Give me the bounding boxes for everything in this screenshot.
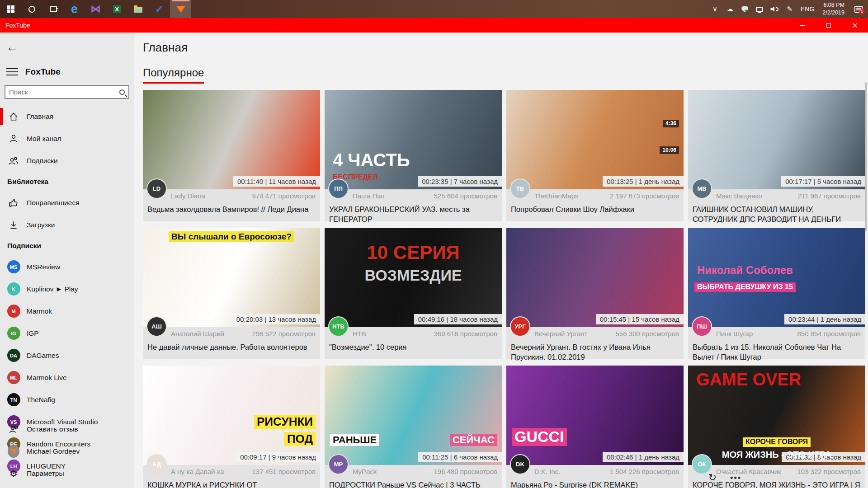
cortana-icon[interactable] [21,0,42,18]
refresh-icon[interactable]: ↻ [708,472,717,483]
video-card[interactable]: 00:11:40 | 11 часов назад LD Lady Diana … [143,90,320,221]
video-card[interactable]: 00:15:45 | 15 часов назад УРГ Вечерний У… [506,228,684,359]
sidebar-item-subscriptions[interactable]: Подписки [0,150,134,172]
minimize-button[interactable] [789,18,816,33]
action-center-icon[interactable]: 1 [849,0,868,18]
channel-avatar[interactable]: LD [146,178,167,199]
volume-icon[interactable] [767,0,782,18]
sidebar-subscription-item[interactable]: DA DAGames [0,344,134,366]
sidebar-item-settings[interactable]: ⚙ Параметры [0,462,134,484]
video-card[interactable]: 00:02:46 | 1 день назад GUCCI DK D.K. In… [506,366,684,488]
channel-name[interactable]: Паша Пэл [353,192,385,200]
foxtube-taskbar-icon[interactable] [170,0,191,18]
channel-name[interactable]: Анатолий Шарий [171,330,224,338]
sidebar-subscription-item[interactable]: TN TheNafig [0,389,134,411]
defender-icon[interactable] [737,0,752,18]
sidebar-subscription-item[interactable]: ML Marmok Live [0,366,134,389]
video-title[interactable]: Выбрать 1 из 15. Николай Соболев Чат На … [693,342,861,362]
video-title[interactable]: "Возмездие". 10 серия [329,342,497,352]
channel-avatar[interactable]: ПП [328,178,349,199]
sidebar-subscription-item[interactable]: M Marmok [0,300,134,322]
video-thumbnail[interactable]: 00:17:17 | 5 часов назад [688,90,865,189]
back-button[interactable]: ← [6,39,24,55]
sidebar-item-downloads[interactable]: Загрузки [0,214,134,236]
sidebar-subscription-item[interactable]: IG IGP [0,322,134,344]
file-explorer-icon[interactable] [127,0,149,18]
channel-avatar[interactable]: МВ [692,178,712,199]
video-title[interactable]: КОШКА МУРКА и РИСУНКИ ОТ ПОДПИСЧИКОВ! КО… [147,480,316,488]
more-options-icon[interactable]: ••• [730,473,741,483]
video-thumbnail[interactable]: 00:20:03 | 13 часов назад ВЫ слышали о Е… [143,228,320,327]
video-card[interactable]: 00:20:03 | 13 часов назад ВЫ слышали о Е… [143,228,320,359]
search-input[interactable] [9,88,119,96]
channel-name[interactable]: D.K. Inc. [534,468,561,475]
channel-name[interactable]: MyPack [353,468,377,475]
channel-name[interactable]: Lady Diana [171,192,205,200]
sidebar-item-home[interactable]: Главная [0,105,134,127]
channel-avatar[interactable]: НТВ [328,316,349,337]
channel-name[interactable]: Пинк Шугар [716,330,753,338]
channel-name[interactable]: Макс Ващенко [716,192,762,200]
video-thumbnail[interactable]: 00:11:25 | 6 часов назад РАНЬШЕСЕЙЧАС [325,366,502,465]
sidebar-subscription-item[interactable]: MS MSReview [0,256,134,278]
video-title[interactable]: Попробовал Сливки Шоу Лайфхаки [511,204,679,214]
sidebar-item-liked[interactable]: Понравившиеся [0,192,134,214]
video-card[interactable]: 00:11:32 | 8 часов назад GAME OVERКОРОЧЕ… [688,366,865,488]
hamburger-menu-icon[interactable] [6,68,18,75]
video-thumbnail[interactable]: 00:13:25 | 1 день назад 4:3610:06 [506,90,684,189]
channel-avatar[interactable]: MP [328,454,349,474]
video-thumbnail[interactable]: 00:49:16 | 18 часов назад 10 СЕРИЯВОЗМЕЗ… [325,228,502,327]
video-card[interactable]: 00:17:17 | 5 часов назад МВ Макс Ващенко… [688,90,865,221]
channel-avatar[interactable]: TB [510,178,530,199]
video-card[interactable]: 00:23:44 | 1 день назад Николай СоболевВ… [688,228,865,359]
video-thumbnail[interactable]: 00:09:17 | 9 часов назад РИСУНКИПОД [143,366,320,465]
visual-studio-icon[interactable]: ⋈ [85,0,106,18]
video-thumbnail[interactable]: 00:23:35 | 7 часов назад 4 ЧАСТЬБЕСПРЕДЕ… [325,90,502,189]
channel-avatar[interactable]: АД [146,454,167,474]
video-card[interactable]: 00:09:17 | 9 часов назад РИСУНКИПОД АД А… [143,366,320,488]
search-icon[interactable] [119,89,125,95]
video-card[interactable]: 00:49:16 | 18 часов назад 10 СЕРИЯВОЗМЕЗ… [325,228,502,359]
channel-name[interactable]: А ну-ка Давай-ка [171,468,224,475]
channel-avatar[interactable]: ПШ [692,316,712,337]
channel-avatar[interactable]: АШ [146,316,167,337]
video-card[interactable]: 00:23:35 | 7 часов назад 4 ЧАСТЬБЕСПРЕДЕ… [325,90,502,221]
start-button-icon[interactable] [0,0,21,18]
video-title[interactable]: УКРАЛ БРАКОНЬЕРСКИЙ УАЗ. месть за ГЕНЕРА… [329,204,497,225]
onedrive-icon[interactable]: ☁ [722,0,737,18]
pen-icon[interactable]: ✎ [782,0,797,18]
channel-name[interactable]: Вечерний Ургант [534,330,587,338]
maximize-button[interactable] [816,18,842,33]
search-box[interactable] [5,85,129,99]
network-icon[interactable] [752,0,767,18]
video-title[interactable]: Ведьма заколдовала Вампиров! // Леди Диа… [147,204,316,214]
language-indicator[interactable]: ENG [797,5,818,13]
todo-icon[interactable]: ✓ [149,0,170,18]
video-title[interactable]: Не давай личные данные. Работа волонтеро… [147,342,316,352]
channel-name[interactable]: TheBrianMaps [534,192,579,200]
video-thumbnail[interactable]: 00:11:40 | 11 часов назад [143,90,320,189]
sidebar-item-feedback[interactable]: Оставить отзыв [0,418,134,440]
video-thumbnail[interactable]: 00:23:44 | 1 день назад Николай СоболевВ… [688,228,865,327]
video-thumbnail[interactable]: 00:11:32 | 8 часов назад GAME OVERКОРОЧЕ… [688,366,865,465]
vertical-scrollbar[interactable] [865,82,867,231]
sidebar-item-my-channel[interactable]: Мой канал [0,127,134,150]
video-title[interactable]: ПОДРОСТКИ Раньше VS Сейчас | 3 ЧАСТЬ [329,480,497,488]
video-title[interactable]: ГАИШНИК ОСТАНОВИЛ МАШИНУ. СОТРУДНИК ДПС … [693,204,861,225]
close-button[interactable]: ✕ [842,18,868,33]
edge-icon[interactable]: e [64,0,85,18]
video-thumbnail[interactable]: 00:02:46 | 1 день назад GUCCI [506,366,684,465]
channel-name[interactable]: НТВ [353,330,366,338]
video-card[interactable]: 00:13:25 | 1 день назад 4:3610:06 TB The… [506,90,684,221]
channel-avatar[interactable]: УРГ [510,316,530,337]
sidebar-item-account[interactable]: Michael Gordeev [0,440,134,462]
video-title[interactable]: Вечерний Ургант. В гостях у Ивана Илья П… [511,342,679,362]
video-thumbnail[interactable]: 00:15:45 | 15 часов назад [506,228,684,327]
clock[interactable]: 6:08 PM 2/2/2019 [818,1,849,17]
video-title[interactable]: Марьяна Ро - Surprise (DK REMAKE) (ПАРОД… [511,480,679,488]
tray-chevron-icon[interactable]: ∨ [708,0,722,18]
task-view-icon[interactable] [42,0,64,18]
sidebar-subscription-item[interactable]: K Kuplinov ► Play [0,278,134,300]
excel-icon[interactable]: X [106,0,127,18]
video-card[interactable]: 00:11:25 | 6 часов назад РАНЬШЕСЕЙЧАС MP… [325,366,502,488]
